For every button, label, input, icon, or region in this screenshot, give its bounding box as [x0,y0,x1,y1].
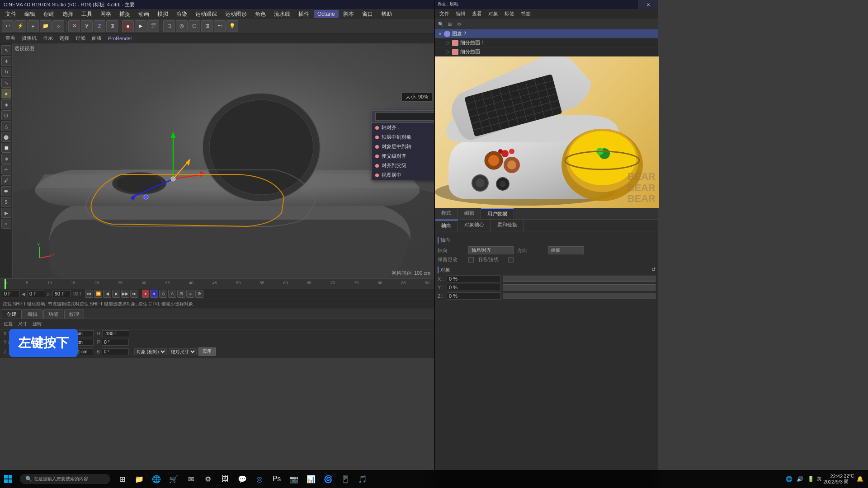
tl-layer[interactable]: ≡ [186,290,194,298]
tool-undo[interactable]: ↩ [2,20,14,32]
tool-y[interactable]: Y [81,20,93,32]
tool-plus[interactable]: ⊞ [106,20,118,32]
lt-pen[interactable]: ✏ [1,164,11,174]
lt-select[interactable]: ↖ [1,45,11,55]
r-icon-filter[interactable]: ⊞ [446,20,454,28]
z-prop-bar[interactable] [503,293,656,299]
btab-edit[interactable]: 编辑 [23,310,42,319]
tl-prev[interactable]: ⏪ [94,290,102,298]
menu-window[interactable]: 窗口 [359,9,377,19]
rmenu-tag[interactable]: 标签 [502,9,517,18]
menu-render[interactable]: 渲染 [173,9,191,19]
tool-render3[interactable]: 🎬 [147,20,159,32]
ctx-obj-to-axis[interactable]: 对象层中到轴 [372,142,434,151]
prorender-menu[interactable]: ProRender [105,35,135,42]
notification-icon[interactable]: 🔔 [855,474,864,483]
tree-item-subdiv1[interactable]: ▷ 细分曲面.1 [435,38,658,47]
select-menu[interactable]: 选择 [57,34,72,42]
keep-changes-check[interactable] [468,257,474,263]
menu-script[interactable]: 脚本 [340,9,358,19]
rmenu-file[interactable]: 文件 [437,9,452,18]
tb-edge[interactable]: 🌀 [320,471,336,487]
tl-rec2[interactable]: ● [150,290,158,298]
rmenu-bookmark[interactable]: 书签 [518,9,533,18]
ctx-center-view[interactable]: 视图居中 [372,170,434,180]
current-frame-input[interactable] [27,290,45,297]
r-icon-config[interactable]: ⚙ [455,20,463,28]
lt-paint[interactable]: 🖌 [1,175,11,185]
ctx-align-axis[interactable]: 轴对齐... [372,123,434,132]
tb-camera[interactable]: 📷 [286,471,302,487]
lt-axis[interactable]: ⊕ [1,154,11,164]
tl-snap[interactable]: ⊞ [177,290,185,298]
tree-item-disc2[interactable]: ▼ 图盘.2 [435,29,658,38]
x-rot-value[interactable]: -180 ° [102,330,129,337]
tb-mail[interactable]: ✉ [183,471,199,487]
tl-forward[interactable]: ▶▶ [121,290,129,298]
frame-end-input[interactable] [52,290,71,297]
y-prop-bar[interactable] [503,284,656,291]
filter-menu[interactable]: 过滤 [73,34,88,42]
menu-pipeline[interactable]: 流水线 [270,9,294,19]
lt-rotate[interactable]: ↻ [1,67,11,77]
axis-dropdown[interactable]: 轴局/对齐 [468,246,514,254]
lt-mode4[interactable]: △ [1,121,11,131]
ctx-axis-to-obj[interactable]: 轴层中到对象 [372,132,434,142]
lt-mode1[interactable]: ■ [1,89,11,99]
menu-help[interactable]: 帮助 [377,9,396,19]
x-prop-bar[interactable] [503,276,656,282]
tool-poly[interactable]: ⬡ [189,20,200,32]
lt-mode2[interactable]: ◈ [1,99,11,109]
tool-open[interactable]: 📁 [40,20,52,32]
weather-display[interactable]: 22°C 阴 [844,474,854,483]
tb-photos[interactable]: 🖼 [217,471,233,487]
rtab-userdata[interactable]: 用户数据 [481,208,514,219]
tool-new[interactable]: + [27,20,39,32]
tl-play[interactable]: ▶ [112,290,120,298]
lt-anim[interactable]: ▶ [1,208,11,218]
menu-simulate[interactable]: 模拟 [154,9,172,19]
menu-edit[interactable]: 编辑 [21,9,39,19]
menu-octane[interactable]: Octane [314,10,339,18]
tl-auto[interactable]: A [168,290,176,298]
relative-check[interactable] [508,257,514,263]
tb-chat[interactable]: 💬 [234,471,250,487]
tool-subdiv[interactable]: ⊞ [201,20,213,32]
menu-character[interactable]: 角色 [251,9,269,19]
tb-ps[interactable]: Ps [269,471,285,487]
rmenu-object[interactable]: 对象 [486,9,501,18]
coord-unit-select[interactable]: 绝对尺寸 [169,348,197,355]
tl-skip-start[interactable]: ⏮ [85,290,93,298]
tool-render[interactable]: ■ [122,20,134,32]
tl-back[interactable]: ◀ [103,290,111,298]
lt-sculpt[interactable]: ⬬ [1,186,11,196]
menu-plugins[interactable]: 插件 [295,9,313,19]
r-icon-search[interactable]: 🔍 [437,20,445,28]
tool-circle[interactable]: ○ [52,20,64,32]
atab-object-axis[interactable]: 对象轴心 [458,220,491,231]
frame-start-input[interactable] [2,290,20,297]
tb-store[interactable]: 🛒 [165,471,182,487]
menu-create[interactable]: 创建 [40,9,58,19]
menu-mesh[interactable]: 网格 [97,9,115,19]
x-prop-value[interactable]: 0 % [447,275,501,282]
z-rot-value[interactable]: 0 ° [102,348,129,355]
tool-render2[interactable]: ▶ [135,20,146,32]
tool-deform[interactable]: 〜 [214,20,226,32]
menu-select[interactable]: 选择 [59,9,77,19]
keyboard-lang[interactable]: 英 [817,476,821,482]
tb-task-view[interactable]: ⊞ [114,471,130,487]
tb-settings[interactable]: ⚙ [200,471,216,487]
view-menu[interactable]: 查看 [3,34,18,42]
coord-mode-select[interactable]: 对象 (相对) [134,348,167,355]
right-close[interactable]: ✕ [638,0,658,9]
y-prop-value[interactable]: 0 % [447,284,501,291]
rtab-mode[interactable]: 模式 [435,208,458,219]
tl-skip-end[interactable]: ⏭ [130,290,138,298]
apply-button[interactable]: 应用 [198,347,216,356]
timeline-ruler[interactable]: 05101520 2530354045 5055606570 75808590 [0,279,434,289]
reset-icon[interactable]: ↺ [651,267,656,272]
tool-z[interactable]: Z [94,20,105,32]
ctx-parent-align[interactable]: 便父级对齐 [372,151,434,161]
menu-file[interactable]: 文件 [2,9,20,19]
